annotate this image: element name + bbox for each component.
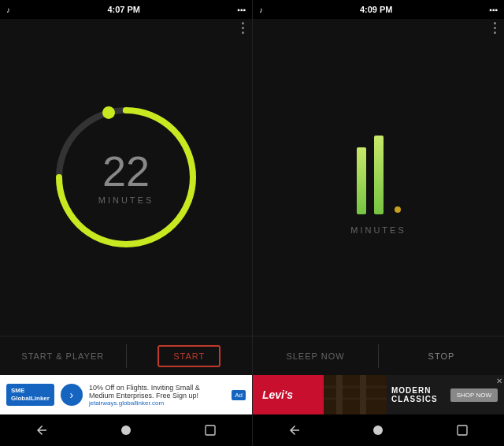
ad-badge: Ad	[232, 390, 246, 400]
back-button-right[interactable]	[283, 418, 306, 442]
bars-area: MINUTES	[350, 120, 406, 235]
status-left-right: ♪	[259, 6, 263, 14]
svg-point-2	[101, 105, 117, 121]
start-button[interactable]: START	[127, 337, 253, 375]
dot-indicator	[395, 206, 401, 213]
start-player-button[interactable]: START & PLAYER	[0, 344, 126, 369]
bottom-buttons-right: SLEEP NOW STOP	[253, 336, 504, 375]
ad-banner-right[interactable]: Levi's MODERN CLASSICS SHOP NOW ✕	[253, 375, 504, 414]
timer-text: 22 MINUTES	[98, 150, 154, 205]
status-time-right: 4:09 PM	[360, 5, 393, 14]
status-bar-left: ♪ 4:07 PM ▪▪▪	[0, 0, 252, 19]
timer-area-left: 22 MINUTES	[0, 19, 252, 336]
bottom-buttons-left: START & PLAYER START	[0, 336, 252, 375]
status-right-left: ▪▪▪	[237, 6, 246, 14]
start-button-label[interactable]: START	[158, 345, 220, 367]
stop-button[interactable]: STOP	[379, 344, 504, 369]
ad-close-icon[interactable]: ✕	[496, 377, 502, 385]
svg-point-3	[121, 426, 131, 435]
bars-container	[357, 120, 401, 214]
timer-label-left: MINUTES	[98, 195, 154, 205]
battery-icon: ▪▪▪	[237, 6, 246, 14]
timer-label-right: MINUTES	[350, 225, 406, 235]
ad-logo: SME GlobalLinker	[6, 384, 54, 407]
right-panel: ♪ 4:09 PM ▪▪▪ MINUTES SLEEP NOW STOP Le	[252, 0, 504, 446]
recents-button-left[interactable]	[198, 418, 222, 442]
timer-area-right: MINUTES	[253, 19, 504, 336]
svg-rect-11	[458, 426, 467, 435]
levis-logo: Levi's	[253, 375, 324, 414]
timer-number: 22	[98, 150, 154, 192]
music-icon: ♪	[6, 6, 10, 14]
left-panel: ♪ 4:07 PM ▪▪▪ 22 MINUTES	[0, 0, 252, 446]
nav-bar-left	[0, 414, 252, 446]
home-button-left[interactable]	[114, 418, 138, 442]
home-button-right[interactable]	[366, 418, 390, 442]
svg-point-10	[373, 426, 383, 435]
shop-now-button[interactable]: SHOP NOW	[450, 388, 498, 402]
ad-text: 10% Off on Flights. Inviting Small & Med…	[89, 384, 225, 407]
timer-circle: 22 MINUTES	[47, 98, 205, 256]
svg-rect-5	[324, 375, 387, 414]
ad-arrow-icon[interactable]: ›	[61, 384, 83, 406]
nav-bar-right	[253, 414, 504, 446]
bar-1	[357, 147, 366, 214]
back-button-left[interactable]	[30, 418, 54, 442]
music-icon-right: ♪	[259, 6, 263, 14]
status-time-left: 4:07 PM	[107, 5, 140, 14]
ad-jeans-image	[324, 375, 387, 414]
status-right-right: ▪▪▪	[489, 6, 498, 14]
svg-rect-4	[206, 426, 215, 435]
bar-2	[374, 136, 384, 214]
sleep-now-button[interactable]: SLEEP NOW	[253, 344, 378, 369]
recents-button-right[interactable]	[450, 418, 474, 442]
status-bar-right: ♪ 4:09 PM ▪▪▪	[253, 0, 504, 19]
battery-icon-right: ▪▪▪	[489, 6, 498, 14]
status-left: ♪	[6, 6, 10, 14]
ad-modern-text: MODERN CLASSICS	[387, 386, 450, 403]
ad-banner-left[interactable]: SME GlobalLinker › 10% Off on Flights. I…	[0, 375, 252, 414]
